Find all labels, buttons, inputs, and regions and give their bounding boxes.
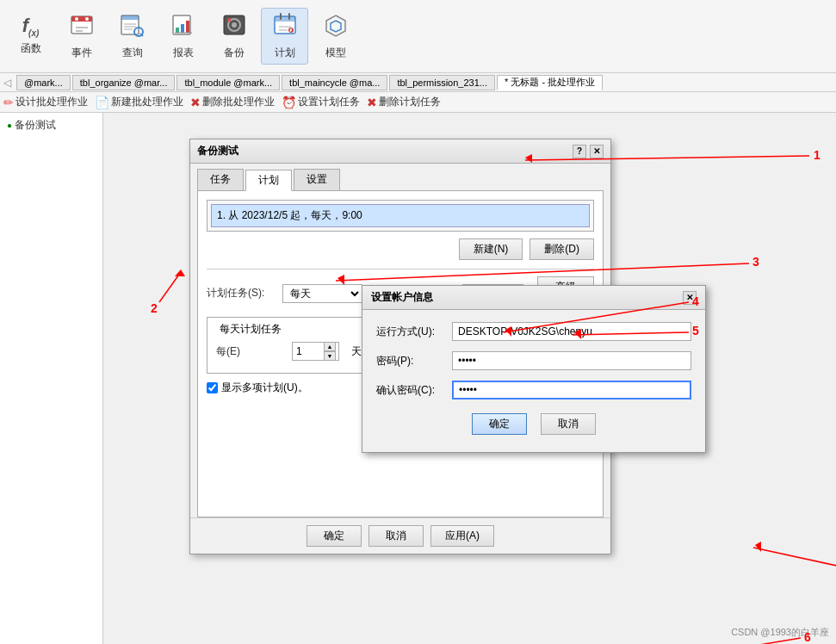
action-set-schedule-label: 设置计划任务 <box>298 95 360 109</box>
backup-dot-icon: ● <box>7 121 12 130</box>
every-spin-down[interactable]: ▼ <box>324 351 336 361</box>
action-delete-job-label: 删除批处理作业 <box>202 95 275 109</box>
action-design[interactable]: ✏ 设计批处理作业 <box>3 95 88 109</box>
dialog-ok-btn[interactable]: 确定 <box>307 525 362 547</box>
svg-rect-14 <box>176 28 179 33</box>
action-bar: ✏ 设计批处理作业 📄 新建批处理作业 ✖ 删除批处理作业 ⏰ 设置计划任务 ✖… <box>0 92 836 113</box>
svg-point-21 <box>227 18 231 22</box>
dialog-bottom-row: 确定 取消 应用(A) <box>190 517 610 554</box>
svg-rect-1 <box>71 16 92 22</box>
tab-bar-icon: ◁ <box>3 77 11 89</box>
tab-3[interactable]: tbl_maincycle @ma... <box>282 75 387 90</box>
show-multiple-checkbox[interactable] <box>207 382 218 393</box>
func-label: 函数 <box>21 41 41 56</box>
svg-line-48 <box>594 638 801 644</box>
run-as-row: 运行方式(U): <box>376 322 691 341</box>
dialog-title-btns: ? ✕ <box>573 145 604 158</box>
svg-line-51 <box>753 548 836 569</box>
schedule-item-1-label: 1. 从 2023/12/5 起，每天，9:00 <box>217 209 362 221</box>
password-row: 密码(P): <box>376 351 691 370</box>
dialog-tab-task[interactable]: 任务 <box>197 169 244 190</box>
tab-3-label: tbl_maincycle @ma... <box>289 77 380 88</box>
schedule-item-1[interactable]: 1. 从 2023/12/5 起，每天，9:00 <box>211 204 590 227</box>
model-icon <box>323 12 349 42</box>
dialog-tab-schedule[interactable]: 计划 <box>245 170 292 191</box>
toolbar-model[interactable]: 模型 <box>312 9 359 64</box>
design-icon: ✏ <box>3 96 14 109</box>
tab-0[interactable]: @mark... <box>16 75 71 90</box>
tab-2[interactable]: tbl_module @mark... <box>176 75 280 90</box>
tab-5[interactable]: * 无标题 - 批处理作业 <box>497 75 603 90</box>
btn-delete-schedule[interactable]: 删除(D) <box>529 238 594 260</box>
action-design-label: 设计批处理作业 <box>15 95 88 109</box>
action-new[interactable]: 📄 新建批处理作业 <box>95 95 183 109</box>
dialog-main-title: 备份测试 <box>197 144 238 158</box>
toolbar-func[interactable]: f(x) 函数 <box>7 13 54 59</box>
toolbar: f(x) 函数 事件 查询 报表 备份 计划 模型 <box>0 0 836 73</box>
toolbar-schedule[interactable]: 计划 <box>261 8 308 65</box>
dialog-cancel-btn[interactable]: 取消 <box>368 525 424 547</box>
report-icon <box>170 12 196 42</box>
account-btn-row: 确定 取消 <box>376 413 691 435</box>
btn-new-schedule[interactable]: 新建(N) <box>459 238 523 260</box>
schedule-type-select[interactable]: 每天 每周 每月 <box>282 284 362 303</box>
action-delete-job[interactable]: ✖ 删除批处理作业 <box>190 95 275 109</box>
schedule-type-label: 计划任务(S): <box>207 286 276 300</box>
action-new-label: 新建批处理作业 <box>111 95 183 109</box>
every-spin-up[interactable]: ▲ <box>324 342 336 351</box>
action-delete-schedule[interactable]: ✖ 删除计划任务 <box>367 95 441 109</box>
event-icon <box>69 12 95 42</box>
dialog-apply-btn[interactable]: 应用(A) <box>430 525 494 547</box>
toolbar-event[interactable]: 事件 <box>58 9 105 64</box>
svg-line-36 <box>159 272 181 302</box>
account-content: 运行方式(U): 密码(P): 确认密码(C): 确定 取消 <box>362 310 705 452</box>
svg-rect-23 <box>275 16 295 22</box>
toolbar-query[interactable]: 查询 <box>108 9 156 64</box>
svg-rect-16 <box>186 21 189 33</box>
dialog-close-btn[interactable]: ✕ <box>590 145 604 158</box>
show-multiple-label: 显示多项计划(U)。 <box>221 381 308 395</box>
delete-schedule-icon: ✖ <box>367 96 377 109</box>
delete-job-icon: ✖ <box>190 96 201 109</box>
tab-0-label: @mark... <box>24 77 63 88</box>
run-as-label: 运行方式(U): <box>376 325 445 339</box>
every-input[interactable] <box>293 344 324 358</box>
svg-text:6: 6 <box>804 630 811 644</box>
run-as-input[interactable] <box>452 322 691 341</box>
account-titlebar: 设置帐户信息 ✕ <box>362 286 705 310</box>
confirm-password-input[interactable] <box>452 381 691 399</box>
dialog-tab-settings[interactable]: 设置 <box>294 169 340 190</box>
every-spin-btns: ▲ ▼ <box>324 342 336 361</box>
svg-marker-31 <box>326 15 345 36</box>
account-close-btn[interactable]: ✕ <box>683 291 697 305</box>
query-icon <box>120 12 146 42</box>
svg-rect-15 <box>181 24 184 33</box>
password-input[interactable] <box>452 351 691 370</box>
number-input-wrap: ▲ ▼ <box>292 342 339 361</box>
sidebar: ● 备份测试 <box>0 113 103 644</box>
svg-marker-32 <box>331 21 341 32</box>
schedule-label: 计划 <box>275 46 295 60</box>
every-unit-label: 天 <box>351 344 362 359</box>
svg-marker-52 <box>755 542 761 552</box>
daily-group-label: 每天计划任务 <box>216 322 285 337</box>
event-label: 事件 <box>71 46 92 60</box>
tab-1[interactable]: tbl_organize @mar... <box>72 75 176 90</box>
action-delete-schedule-label: 删除计划任务 <box>379 95 441 109</box>
schedule-btn-row: 新建(N) 删除(D) <box>207 238 594 260</box>
action-set-schedule[interactable]: ⏰ 设置计划任务 <box>282 95 360 109</box>
backup-icon <box>221 12 247 42</box>
account-cancel-btn[interactable]: 取消 <box>541 413 596 435</box>
sidebar-item-backup-label: 备份测试 <box>15 118 56 133</box>
sidebar-item-backup[interactable]: ● 备份测试 <box>3 116 99 134</box>
toolbar-report[interactable]: 报表 <box>159 9 207 64</box>
dialog-tab-schedule-label: 计划 <box>258 174 279 186</box>
tab-2-label: tbl_module @mark... <box>184 77 272 88</box>
toolbar-backup[interactable]: 备份 <box>210 9 257 64</box>
confirm-password-label: 确认密码(C): <box>376 383 445 398</box>
tab-4[interactable]: tbl_permission_231... <box>389 75 495 90</box>
dialog-help-btn[interactable]: ? <box>573 145 586 158</box>
dialog-main-titlebar: 备份测试 ? ✕ <box>190 139 610 164</box>
tab-4-label: tbl_permission_231... <box>397 77 487 88</box>
account-ok-btn[interactable]: 确定 <box>472 413 527 435</box>
